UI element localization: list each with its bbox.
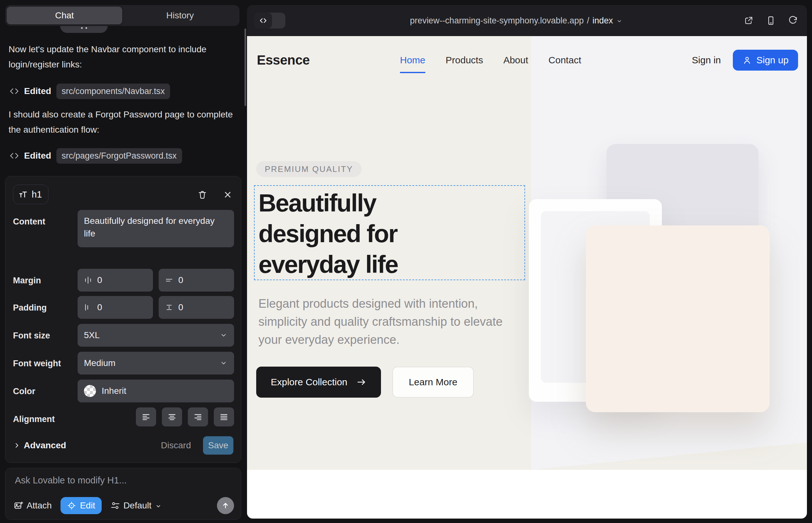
url-page: index	[593, 16, 613, 26]
signin-link[interactable]: Sign in	[692, 55, 721, 66]
padding-vertical-value: 0	[178, 302, 183, 312]
ellipsis-dots-icon	[81, 27, 83, 29]
advanced-label: Advanced	[24, 440, 66, 451]
composer-toolbar: Attach Edit Default	[14, 497, 234, 515]
code-view-toggle[interactable]	[254, 13, 285, 29]
chevron-right-icon	[13, 441, 21, 449]
file-badge[interactable]: src/pages/ForgotPassword.tsx	[56, 148, 182, 164]
margin-horizontal-input[interactable]: 0	[77, 269, 153, 292]
align-right-button[interactable]	[188, 408, 208, 427]
lovable-chat-panel: Chat History Now let's update the Navbar…	[0, 0, 246, 523]
margin-vertical-value: 0	[178, 275, 183, 285]
tab-history[interactable]: History	[122, 7, 238, 24]
nav-link-home[interactable]: Home	[400, 55, 425, 66]
url-host: preview--charming-site-symphony.lovable.…	[410, 16, 584, 26]
edited-file-row: Edited src/pages/ForgotPassword.tsx	[10, 147, 182, 164]
font-size-label: Font size	[13, 331, 50, 341]
default-mode-select[interactable]: Default	[110, 501, 162, 511]
discard-button[interactable]: Discard	[161, 440, 191, 451]
selected-element-chip[interactable]: h1	[13, 184, 49, 204]
learn-more-button[interactable]: Learn More	[392, 366, 474, 398]
tab-chat[interactable]: Chat	[7, 7, 122, 24]
refresh-button[interactable]	[787, 15, 799, 26]
hero-heading[interactable]: Beautifully designed for everyday life	[259, 188, 398, 280]
arrow-up-icon	[221, 501, 230, 510]
url-separator: /	[587, 16, 589, 26]
color-select[interactable]: Inherit	[77, 380, 234, 402]
edit-label: Edit	[80, 501, 95, 511]
align-right-icon	[193, 412, 203, 422]
code-icon	[10, 151, 19, 161]
edited-label: Edited	[24, 151, 51, 161]
attach-button[interactable]: Attach	[14, 501, 52, 511]
padding-label: Padding	[13, 303, 47, 313]
edited-file-row: Edited src/components/Navbar.tsx	[10, 83, 170, 100]
code-icon	[254, 13, 272, 29]
close-editor-button[interactable]	[221, 188, 235, 202]
nav-link-contact[interactable]: Contact	[548, 55, 581, 66]
hero-cta-group: Explore Collection Learn More	[256, 366, 474, 398]
advanced-toggle[interactable]: Advanced	[13, 440, 66, 451]
alignment-button-group	[136, 408, 234, 427]
chat-input[interactable]	[15, 475, 230, 486]
explore-collection-button[interactable]: Explore Collection	[256, 366, 381, 398]
type-icon	[18, 190, 28, 199]
margin-vertical-icon	[165, 276, 174, 285]
url-breadcrumb[interactable]: preview--charming-site-symphony.lovable.…	[410, 5, 623, 36]
font-weight-value: Medium	[84, 358, 116, 368]
browser-chrome-bar: preview--charming-site-symphony.lovable.…	[247, 5, 807, 36]
chat-history-tabs: Chat History	[5, 5, 240, 26]
font-size-select[interactable]: 5XL	[77, 324, 234, 347]
delete-element-button[interactable]	[195, 188, 209, 202]
site-navbar: Essence Home Products About Contact Sign…	[247, 36, 807, 84]
crosshair-icon	[67, 501, 76, 510]
font-size-value: 5XL	[84, 330, 100, 340]
file-badge[interactable]: src/components/Navbar.tsx	[56, 84, 170, 99]
align-justify-button[interactable]	[214, 408, 234, 427]
chevron-down-icon	[219, 331, 228, 339]
color-value: Inherit	[102, 386, 126, 396]
signup-button[interactable]: Sign up	[733, 50, 798, 71]
mobile-view-button[interactable]	[765, 15, 777, 26]
site-logo[interactable]: Essence	[257, 36, 310, 84]
assistant-message: Now let's update the Navbar component to…	[8, 42, 235, 72]
chat-scrollbar[interactable]	[245, 29, 246, 106]
user-icon	[742, 55, 752, 65]
default-label: Default	[124, 501, 152, 511]
browser-actions	[743, 5, 799, 36]
arrow-right-icon	[356, 377, 366, 387]
signup-label: Sign up	[756, 55, 789, 66]
attach-image-icon	[14, 501, 23, 510]
decorative-card-cream	[586, 226, 770, 412]
element-editor-panel: h1 Content Beautifully designed for ever…	[5, 176, 241, 463]
external-link-icon	[744, 16, 754, 26]
alignment-label: Alignment	[13, 414, 55, 424]
trash-icon	[197, 190, 208, 200]
color-label: Color	[13, 386, 35, 396]
site-preview-viewport: Essence Home Products About Contact Sign…	[247, 36, 807, 519]
cta-secondary-label: Learn More	[409, 377, 457, 387]
margin-horizontal-value: 0	[97, 275, 102, 285]
edit-mode-chip[interactable]: Edit	[60, 497, 101, 514]
chevron-down-icon	[155, 503, 162, 510]
save-button[interactable]: Save	[203, 436, 233, 455]
content-label: Content	[13, 217, 45, 227]
preview-browser-window: preview--charming-site-symphony.lovable.…	[247, 5, 807, 519]
align-center-button[interactable]	[162, 408, 182, 427]
align-center-icon	[167, 412, 177, 422]
font-weight-select[interactable]: Medium	[77, 352, 234, 375]
sliders-icon	[110, 501, 120, 510]
margin-label: Margin	[13, 276, 41, 286]
margin-vertical-input[interactable]: 0	[159, 269, 234, 292]
open-external-button[interactable]	[743, 15, 754, 26]
chevron-down-icon	[616, 18, 622, 24]
padding-horizontal-input[interactable]: 0	[77, 296, 153, 319]
align-left-button[interactable]	[136, 408, 156, 427]
nav-link-about[interactable]: About	[503, 55, 528, 66]
nav-link-products[interactable]: Products	[446, 55, 483, 66]
content-input[interactable]: Beautifully designed for everyday life	[77, 210, 234, 247]
code-icon	[10, 86, 19, 96]
padding-vertical-input[interactable]: 0	[159, 296, 234, 319]
send-button[interactable]	[217, 497, 234, 514]
padding-vertical-icon	[165, 303, 174, 312]
